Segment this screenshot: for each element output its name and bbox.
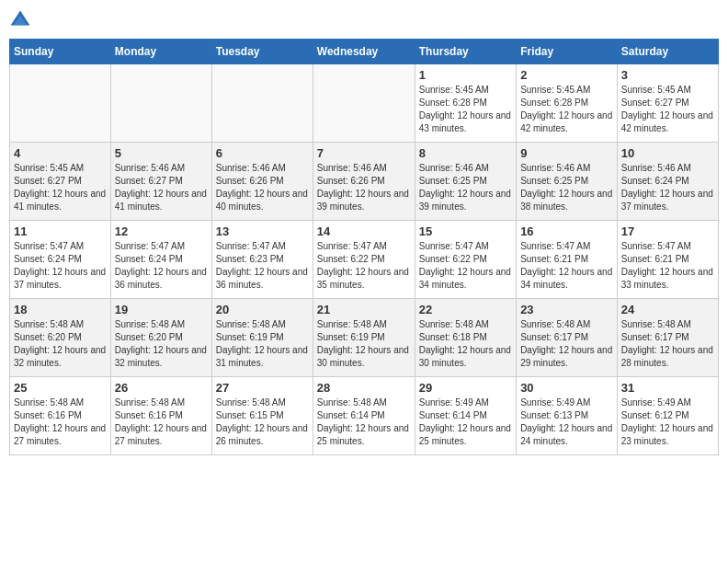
day-number: 11: [14, 224, 107, 238]
day-detail: Sunrise: 5:48 AM Sunset: 6:15 PM Dayligh…: [216, 396, 309, 448]
day-detail: Sunrise: 5:47 AM Sunset: 6:22 PM Dayligh…: [419, 240, 512, 292]
day-detail: Sunrise: 5:45 AM Sunset: 6:28 PM Dayligh…: [520, 84, 613, 135]
day-number: 14: [317, 224, 411, 238]
day-number: 15: [419, 224, 512, 238]
day-detail: Sunrise: 5:47 AM Sunset: 6:21 PM Dayligh…: [520, 240, 613, 292]
calendar-cell: 13Sunrise: 5:47 AM Sunset: 6:23 PM Dayli…: [211, 221, 313, 299]
day-detail: Sunrise: 5:47 AM Sunset: 6:24 PM Dayligh…: [14, 240, 107, 292]
calendar-cell: 19Sunrise: 5:48 AM Sunset: 6:20 PM Dayli…: [110, 299, 211, 377]
day-detail: Sunrise: 5:48 AM Sunset: 6:20 PM Dayligh…: [115, 318, 208, 370]
calendar-cell: 27Sunrise: 5:48 AM Sunset: 6:15 PM Dayli…: [211, 377, 313, 455]
weekday-header-thursday: Thursday: [415, 40, 516, 64]
day-detail: Sunrise: 5:48 AM Sunset: 6:14 PM Dayligh…: [317, 396, 411, 448]
day-number: 8: [419, 146, 512, 160]
day-number: 31: [621, 381, 714, 395]
logo-icon: [9, 9, 31, 31]
day-number: 24: [621, 303, 714, 316]
day-detail: Sunrise: 5:45 AM Sunset: 6:27 PM Dayligh…: [621, 84, 714, 135]
weekday-header-monday: Monday: [110, 40, 211, 64]
day-detail: Sunrise: 5:48 AM Sunset: 6:16 PM Dayligh…: [14, 396, 107, 448]
calendar-cell: 29Sunrise: 5:49 AM Sunset: 6:14 PM Dayli…: [415, 377, 516, 455]
day-detail: Sunrise: 5:46 AM Sunset: 6:25 PM Dayligh…: [520, 162, 613, 213]
calendar-week-row: 4Sunrise: 5:45 AM Sunset: 6:27 PM Daylig…: [10, 143, 719, 221]
day-number: 23: [520, 303, 613, 316]
weekday-header-wednesday: Wednesday: [313, 40, 415, 64]
day-number: 22: [419, 303, 512, 316]
page-header: [9, 9, 719, 31]
day-detail: Sunrise: 5:46 AM Sunset: 6:24 PM Dayligh…: [621, 162, 714, 213]
calendar-table: SundayMondayTuesdayWednesdayThursdayFrid…: [9, 39, 719, 455]
day-number: 17: [621, 224, 714, 238]
day-number: 2: [520, 68, 613, 82]
day-number: 19: [115, 303, 208, 316]
calendar-cell: 14Sunrise: 5:47 AM Sunset: 6:22 PM Dayli…: [313, 221, 415, 299]
day-number: 1: [419, 68, 512, 82]
calendar-cell: 28Sunrise: 5:48 AM Sunset: 6:14 PM Dayli…: [313, 377, 415, 455]
calendar-cell: 30Sunrise: 5:49 AM Sunset: 6:13 PM Dayli…: [517, 377, 618, 455]
calendar-cell: 12Sunrise: 5:47 AM Sunset: 6:24 PM Dayli…: [110, 221, 211, 299]
day-number: 21: [317, 303, 411, 316]
day-detail: Sunrise: 5:46 AM Sunset: 6:26 PM Dayligh…: [317, 162, 411, 213]
day-detail: Sunrise: 5:48 AM Sunset: 6:19 PM Dayligh…: [216, 318, 309, 370]
calendar-cell: 9Sunrise: 5:46 AM Sunset: 6:25 PM Daylig…: [517, 143, 618, 221]
calendar-cell: 20Sunrise: 5:48 AM Sunset: 6:19 PM Dayli…: [211, 299, 313, 377]
calendar-week-row: 11Sunrise: 5:47 AM Sunset: 6:24 PM Dayli…: [10, 221, 719, 299]
calendar-cell: [313, 64, 415, 143]
day-detail: Sunrise: 5:45 AM Sunset: 6:27 PM Dayligh…: [14, 162, 107, 213]
calendar-cell: 10Sunrise: 5:46 AM Sunset: 6:24 PM Dayli…: [617, 143, 718, 221]
calendar-cell: 5Sunrise: 5:46 AM Sunset: 6:27 PM Daylig…: [110, 143, 211, 221]
day-number: 25: [14, 381, 107, 395]
day-number: 27: [216, 381, 309, 395]
calendar-cell: 1Sunrise: 5:45 AM Sunset: 6:28 PM Daylig…: [415, 64, 516, 143]
calendar-cell: [211, 64, 313, 143]
day-detail: Sunrise: 5:48 AM Sunset: 6:18 PM Dayligh…: [419, 318, 512, 370]
day-detail: Sunrise: 5:47 AM Sunset: 6:23 PM Dayligh…: [216, 240, 309, 292]
day-number: 18: [14, 303, 107, 316]
day-number: 9: [520, 146, 613, 160]
calendar-cell: 4Sunrise: 5:45 AM Sunset: 6:27 PM Daylig…: [10, 143, 111, 221]
day-number: 20: [216, 303, 309, 316]
day-detail: Sunrise: 5:47 AM Sunset: 6:22 PM Dayligh…: [317, 240, 411, 292]
day-number: 28: [317, 381, 411, 395]
day-number: 26: [115, 381, 208, 395]
calendar-header-row: SundayMondayTuesdayWednesdayThursdayFrid…: [10, 40, 719, 64]
calendar-cell: 7Sunrise: 5:46 AM Sunset: 6:26 PM Daylig…: [313, 143, 415, 221]
day-number: 6: [216, 146, 309, 160]
day-detail: Sunrise: 5:47 AM Sunset: 6:21 PM Dayligh…: [621, 240, 714, 292]
day-number: 7: [317, 146, 411, 160]
day-detail: Sunrise: 5:49 AM Sunset: 6:14 PM Dayligh…: [419, 396, 512, 448]
calendar-cell: 16Sunrise: 5:47 AM Sunset: 6:21 PM Dayli…: [517, 221, 618, 299]
day-detail: Sunrise: 5:46 AM Sunset: 6:25 PM Dayligh…: [419, 162, 512, 213]
weekday-header-friday: Friday: [517, 40, 618, 64]
calendar-cell: 21Sunrise: 5:48 AM Sunset: 6:19 PM Dayli…: [313, 299, 415, 377]
calendar-week-row: 1Sunrise: 5:45 AM Sunset: 6:28 PM Daylig…: [10, 64, 719, 143]
day-detail: Sunrise: 5:46 AM Sunset: 6:27 PM Dayligh…: [115, 162, 208, 213]
day-number: 4: [14, 146, 107, 160]
calendar-cell: 8Sunrise: 5:46 AM Sunset: 6:25 PM Daylig…: [415, 143, 516, 221]
calendar-week-row: 25Sunrise: 5:48 AM Sunset: 6:16 PM Dayli…: [10, 377, 719, 455]
day-number: 29: [419, 381, 512, 395]
calendar-cell: 31Sunrise: 5:49 AM Sunset: 6:12 PM Dayli…: [617, 377, 718, 455]
day-number: 30: [520, 381, 613, 395]
calendar-cell: 22Sunrise: 5:48 AM Sunset: 6:18 PM Dayli…: [415, 299, 516, 377]
calendar-cell: 24Sunrise: 5:48 AM Sunset: 6:17 PM Dayli…: [617, 299, 718, 377]
calendar-cell: 3Sunrise: 5:45 AM Sunset: 6:27 PM Daylig…: [617, 64, 718, 143]
calendar-cell: 23Sunrise: 5:48 AM Sunset: 6:17 PM Dayli…: [517, 299, 618, 377]
logo: [9, 9, 35, 31]
day-detail: Sunrise: 5:48 AM Sunset: 6:17 PM Dayligh…: [520, 318, 613, 370]
day-number: 10: [621, 146, 714, 160]
calendar-cell: [10, 64, 111, 143]
calendar-cell: 2Sunrise: 5:45 AM Sunset: 6:28 PM Daylig…: [517, 64, 618, 143]
calendar-cell: 15Sunrise: 5:47 AM Sunset: 6:22 PM Dayli…: [415, 221, 516, 299]
weekday-header-tuesday: Tuesday: [211, 40, 313, 64]
calendar-cell: 25Sunrise: 5:48 AM Sunset: 6:16 PM Dayli…: [10, 377, 111, 455]
day-number: 12: [115, 224, 208, 238]
day-detail: Sunrise: 5:48 AM Sunset: 6:17 PM Dayligh…: [621, 318, 714, 370]
day-detail: Sunrise: 5:46 AM Sunset: 6:26 PM Dayligh…: [216, 162, 309, 213]
day-detail: Sunrise: 5:48 AM Sunset: 6:16 PM Dayligh…: [115, 396, 208, 448]
day-detail: Sunrise: 5:49 AM Sunset: 6:13 PM Dayligh…: [520, 396, 613, 448]
day-detail: Sunrise: 5:47 AM Sunset: 6:24 PM Dayligh…: [115, 240, 208, 292]
calendar-cell: 17Sunrise: 5:47 AM Sunset: 6:21 PM Dayli…: [617, 221, 718, 299]
day-detail: Sunrise: 5:48 AM Sunset: 6:20 PM Dayligh…: [14, 318, 107, 370]
calendar-cell: 11Sunrise: 5:47 AM Sunset: 6:24 PM Dayli…: [10, 221, 111, 299]
